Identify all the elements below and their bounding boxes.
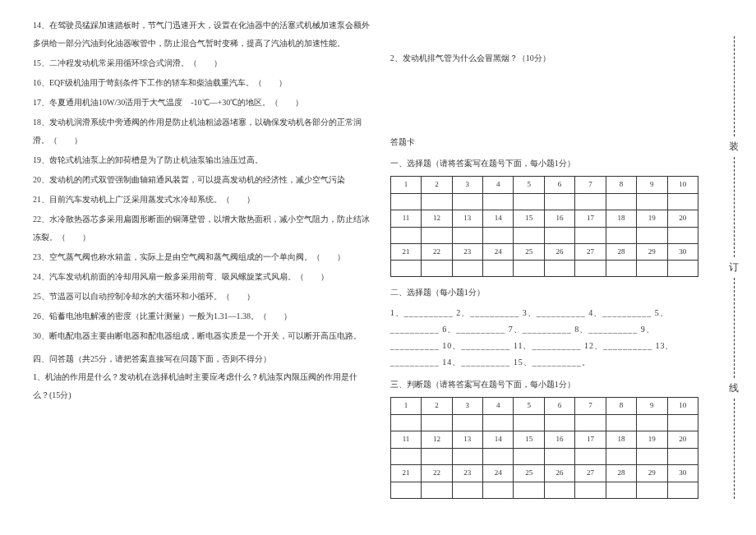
dash-icon [734,399,735,499]
cell-num: 9 [637,177,667,194]
cell-num: 19 [637,210,667,227]
cell-num: 28 [606,243,636,261]
cell-num: 6 [544,177,574,194]
cell-num: 23 [452,464,482,482]
cell-num: 13 [452,431,482,449]
question-16: 16、EQF级机油用于苛刻条件下工作的轿车和柴油载重汽车。（ ） [33,74,374,92]
cell-num: 15 [514,210,544,227]
cell-num: 14 [483,210,514,227]
cell-num: 18 [606,431,636,449]
choice-answer-table: 1 2 3 4 5 6 7 8 9 10 11 12 13 14 15 16 1… [390,176,698,277]
section-3-judge-title: 三、判断题（请将答案写在题号下面，每小题1分） [390,376,698,394]
table-row: 1 2 3 4 5 6 7 8 9 10 [390,177,698,194]
cell-num: 24 [483,464,514,482]
cell-num: 16 [544,210,574,227]
exam-page: 14、在驾驶员猛踩加速踏板时，节气门迅速开大，设置在化油器中的活塞式机械加速泵会… [0,0,715,535]
cell-num: 17 [575,431,606,449]
table-row [390,482,698,498]
cell-num: 7 [575,177,606,194]
cell-num: 22 [422,464,452,482]
cell-num: 30 [667,464,698,482]
cell-num: 26 [544,243,574,261]
cell-num: 26 [544,464,574,482]
cell-num: 22 [422,243,452,261]
dash-icon [734,278,735,378]
cell-num: 20 [667,431,698,449]
cell-num: 29 [637,464,667,482]
answer-card-title: 答题卡 [390,133,698,151]
table-row [390,193,698,210]
cell-num: 11 [390,431,421,449]
binding-char-3: 线 [729,381,739,395]
table-row: 11 12 13 14 15 16 17 18 19 20 [390,431,698,449]
cell-num: 2 [422,398,452,415]
cell-num: 23 [452,243,482,261]
cell-num: 3 [452,398,482,415]
cell-num: 24 [483,243,514,261]
dash-icon [734,157,735,257]
table-row: 21 22 23 24 25 26 27 28 29 30 [390,243,698,261]
cell-num: 29 [637,243,667,261]
section-4-title: 四、问答题（共25分，请把答案直接写在问题下面，否则不得分） [33,350,374,368]
cell-num: 2 [422,177,452,194]
question-22: 22、水冷散热器芯多采用扁圆形断面的铜薄壁管，以增大散热面积，减小空气阻力，防止… [33,210,374,247]
cell-num: 25 [514,464,544,482]
cell-num: 4 [483,177,514,194]
question-26: 26、铅蓄电池电解液的密度（比重计测量）一般为1.31—1.38。（ ） [33,307,374,325]
essay-question-1: 1、机油的作用是什么？发动机在选择机油时主要应考虑什么？机油泵内限压阀的作用是什… [33,368,374,404]
question-15: 15、二冲程发动机常采用循环综合式润滑。（ ） [33,54,374,72]
cell-num: 4 [483,398,514,415]
question-24: 24、汽车发动机前面的冷却用风扇一般多采用前弯、吸风螺旋桨式风扇。（ ） [33,268,374,286]
cell-num: 17 [575,210,606,227]
question-19: 19、齿轮式机油泵上的卸荷槽是为了防止机油泵输出油压过高。 [33,151,374,169]
cell-num: 8 [606,177,636,194]
table-row [390,227,698,243]
binding-char-1: 装 [729,140,739,154]
cell-num: 16 [544,431,574,449]
binding-char-2: 订 [729,261,739,274]
cell-num: 9 [637,398,667,415]
cell-num: 1 [390,177,421,194]
dash-icon [734,36,735,136]
question-23: 23、空气蒸气阀也称水箱盖，实际上是由空气阀和蒸气阀组成的一个单向阀。（ ） [33,248,374,266]
cell-num: 3 [452,177,482,194]
cell-num: 5 [514,398,544,415]
table-row: 1 2 3 4 5 6 7 8 9 10 [390,398,698,415]
table-row [390,261,698,277]
fill-blanks: 1、__________ 2、__________ 3、__________ 4… [390,305,698,371]
question-18: 18、发动机润滑系统中旁通阀的作用是防止机油粗滤器堵塞，以确保发动机各部分的正常… [33,113,374,150]
question-25: 25、节温器可以自动控制冷却水的大循环和小循环。（ ） [33,288,374,306]
question-14: 14、在驾驶员猛踩加速踏板时，节气门迅速开大，设置在化油器中的活塞式机械加速泵会… [33,16,374,53]
cell-num: 11 [390,210,421,227]
question-20: 20、发动机的闭式双管强制曲轴箱通风装置，可以提高发动机的经济性，减少空气污染 [33,171,374,189]
cell-num: 5 [514,177,544,194]
cell-num: 27 [575,464,606,482]
table-row: 11 12 13 14 15 16 17 18 19 20 [390,210,698,227]
question-17: 17、冬夏通用机油10W/30适用于大气温度 -10℃—+30℃的地区。（ ） [33,94,374,112]
essay-question-2: 2、发动机排气管为什么会冒黑烟？（10分） [390,49,698,67]
cell-num: 12 [422,210,452,227]
cell-num: 28 [606,464,636,482]
binding-line: 装 订 线 [721,0,746,535]
cell-num: 14 [483,431,514,449]
table-row [390,415,698,431]
cell-num: 18 [606,210,636,227]
table-row [390,448,698,464]
cell-num: 1 [390,398,421,415]
cell-num: 7 [575,398,606,415]
cell-num: 20 [667,210,698,227]
cell-num: 13 [452,210,482,227]
cell-num: 25 [514,243,544,261]
cell-num: 6 [544,398,574,415]
cell-num: 21 [390,243,421,261]
cell-num: 27 [575,243,606,261]
section-2-fill-title: 二、选择题（每小题1分） [390,284,698,302]
cell-num: 12 [422,431,452,449]
cell-num: 10 [667,177,698,194]
cell-num: 30 [667,243,698,261]
judge-answer-table: 1 2 3 4 5 6 7 8 9 10 11 12 13 14 15 16 1… [390,397,698,498]
right-column: 2、发动机排气管为什么会冒黑烟？（10分） 答题卡 一、选择题（请将答案写在题号… [382,16,707,527]
cell-num: 15 [514,431,544,449]
table-row: 21 22 23 24 25 26 27 28 29 30 [390,464,698,482]
cell-num: 10 [667,398,698,415]
